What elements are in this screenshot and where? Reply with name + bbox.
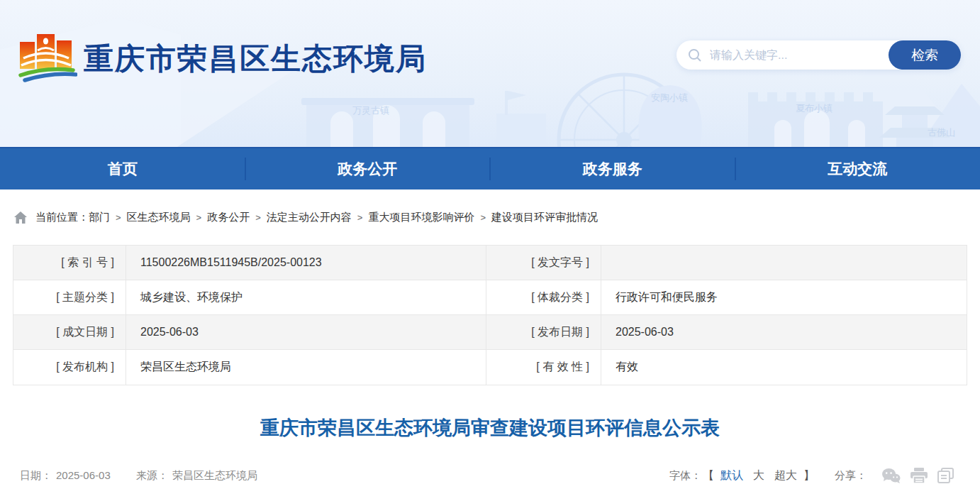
index-number-value: 11500226MB1511945B/2025-00123 <box>126 246 486 280</box>
main-nav: 首页 政务公开 政务服务 互动交流 <box>0 147 980 189</box>
table-row: [ 主题分类 ] 城乡建设、环境保护 [ 体裁分类 ] 行政许可和便民服务 <box>13 280 967 315</box>
doc-info-table: [ 索 引 号 ] 11500226MB1511945B/2025-00123 … <box>13 245 967 385</box>
breadcrumb-item-eco-bureau[interactable]: 区生态环境局 <box>127 211 191 224</box>
source-value: 荣昌区生态环境局 <box>172 469 257 481</box>
breadcrumb-item-eia-approval-status[interactable]: 建设项目环评审批情况 <box>491 211 598 224</box>
nav-item-interaction[interactable]: 互动交流 <box>735 148 980 189</box>
watermark-gufoshan-label: 古佛山 <box>928 127 955 138</box>
search-input[interactable] <box>703 49 889 62</box>
article-toolbar: 字体： 【 默认 大 超大 】 分享： <box>669 468 959 483</box>
publish-date-value: 2025-06-03 <box>601 315 967 349</box>
publish-date-label: [ 发布日期 ] <box>486 315 601 349</box>
article-meta-bar: 日期：2025-06-03 来源：荣昌区生态环境局 字体： 【 默认 大 超大 … <box>20 468 959 483</box>
breadcrumb-item-major-project-eia[interactable]: 重大项目环境影响评价 <box>368 211 474 224</box>
issuing-agency-label: [ 发布机构 ] <box>13 350 126 385</box>
nav-item-gov-services[interactable]: 政务服务 <box>490 148 735 189</box>
doc-number-value <box>601 246 967 280</box>
font-size-large-button[interactable]: 大 <box>753 468 764 483</box>
share-label: 分享： <box>835 469 867 483</box>
font-size-label: 字体： <box>669 469 701 483</box>
written-date-label: [ 成文日期 ] <box>13 315 126 349</box>
home-icon[interactable] <box>14 211 27 224</box>
nav-item-gov-info[interactable]: 政务公开 <box>245 148 491 189</box>
nav-item-home[interactable]: 首页 <box>0 148 245 189</box>
subject-category-label: [ 主题分类 ] <box>13 280 126 314</box>
date-value: 2025-06-03 <box>56 469 111 481</box>
font-size-default-button[interactable]: 默认 <box>720 468 743 483</box>
font-size-xlarge-button[interactable]: 超大 <box>774 468 797 483</box>
search-button[interactable]: 检索 <box>889 40 961 70</box>
subject-category-value: 城乡建设、环境保护 <box>126 280 486 314</box>
site-title: 重庆市荣昌区生态环境局 <box>84 39 427 79</box>
copy-document-icon[interactable] <box>937 468 954 483</box>
breadcrumb-separator: > <box>196 212 202 223</box>
validity-label: [ 有 效 性 ] <box>486 350 601 385</box>
search-icon <box>687 48 703 63</box>
watermark-xiabu-label: 夏布小镇 <box>796 103 833 114</box>
breadcrumb-item-gov-info[interactable]: 政务公开 <box>207 211 250 224</box>
date-label: 日期： <box>20 469 52 481</box>
table-row: [ 成文日期 ] 2025-06-03 [ 发布日期 ] 2025-06-03 <box>13 315 967 350</box>
table-row: [ 发布机构 ] 荣昌区生态环境局 [ 有 效 性 ] 有效 <box>13 350 967 385</box>
breadcrumb-separator: > <box>357 212 363 223</box>
page-title: 重庆市荣昌区生态环境局审查建设项目环评信息公示表 <box>0 415 980 441</box>
font-bracket-open: 【 <box>703 468 714 483</box>
wechat-share-icon[interactable] <box>881 468 901 483</box>
index-number-label: [ 索 引 号 ] <box>13 246 126 280</box>
source-label: 来源： <box>136 469 168 481</box>
font-bracket-close: 】 <box>803 468 815 483</box>
breadcrumb-item-department[interactable]: 部门 <box>89 211 110 224</box>
doc-number-label: [ 发文字号 ] <box>486 246 601 280</box>
breadcrumb-separator: > <box>480 212 486 223</box>
breadcrumb-separator: > <box>255 212 261 223</box>
watermark-wanling-label: 万灵古镇 <box>352 105 389 116</box>
search-bar: 检索 <box>676 40 961 70</box>
article-meta-left: 日期：2025-06-03 来源：荣昌区生态环境局 <box>20 469 262 483</box>
breadcrumb-prefix: 当前位置： <box>35 211 89 224</box>
breadcrumb: 当前位置： 部门 > 区生态环境局 > 政务公开 > 法定主动公开内容 > 重大… <box>0 189 980 245</box>
issuing-agency-value: 荣昌区生态环境局 <box>126 350 486 385</box>
validity-value: 有效 <box>601 350 967 385</box>
watermark-antao-label: 安陶小镇 <box>651 92 688 103</box>
page-header: 万灵古镇 安陶小镇 夏布小镇 古佛山 <box>0 0 980 147</box>
table-row: [ 索 引 号 ] 11500226MB1511945B/2025-00123 … <box>13 246 967 280</box>
written-date-value: 2025-06-03 <box>126 315 486 349</box>
breadcrumb-item-statutory-disclosure[interactable]: 法定主动公开内容 <box>267 211 352 224</box>
genre-category-label: [ 体裁分类 ] <box>486 280 601 314</box>
genre-category-value: 行政许可和便民服务 <box>601 280 967 314</box>
print-icon[interactable] <box>911 468 928 483</box>
breadcrumb-separator: > <box>116 212 121 223</box>
site-logo-icon[interactable] <box>18 31 77 85</box>
